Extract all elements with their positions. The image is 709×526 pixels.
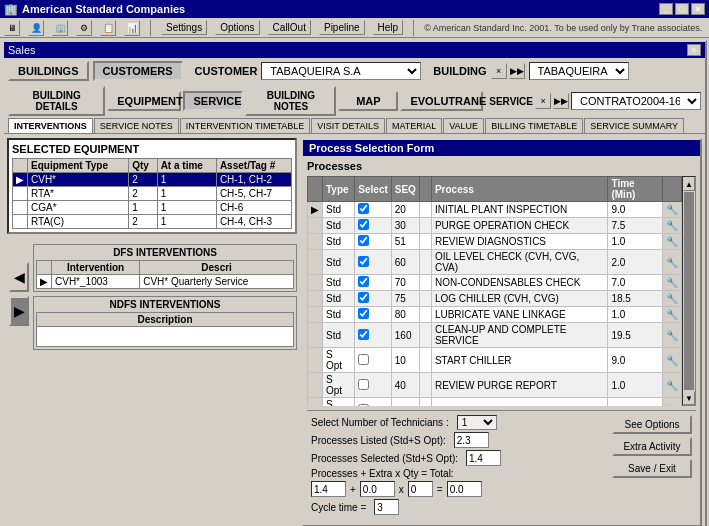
toolbar-icon-3[interactable]: 🏢 xyxy=(52,20,68,36)
scroll-up-arrow[interactable]: ▲ xyxy=(683,177,695,191)
cycle-label: Cycle time = xyxy=(311,502,366,513)
col-asset-tag: Asset/Tag # xyxy=(216,159,291,173)
proc-row-select[interactable] xyxy=(355,373,391,398)
table-row[interactable]: Std 70 NON-CONDENSABLES CHECK 7.0 🔧 xyxy=(308,275,682,291)
service-nav-x[interactable]: × xyxy=(535,93,551,109)
table-row[interactable]: Std 75 LOG CHILLER (CVH, CVG) 18.5 🔧 xyxy=(308,291,682,307)
save-exit-btn[interactable]: Save / Exit xyxy=(612,459,692,478)
pipeline-menu[interactable]: Pipeline xyxy=(319,20,365,35)
tab-service-notes[interactable]: SERVICE NOTES xyxy=(94,118,179,133)
proc-row-spacer xyxy=(419,373,431,398)
close-btn[interactable]: × xyxy=(691,3,705,15)
extra-activity-btn[interactable]: Extra Activity xyxy=(612,437,692,456)
proc-row-select[interactable] xyxy=(355,307,391,323)
total-val4[interactable] xyxy=(447,481,482,497)
tab-billing-timetable[interactable]: BILLING TIMETABLE xyxy=(485,118,583,133)
table-row[interactable]: Std 80 LUBRICATE VANE LINKAGE 1.0 🔧 xyxy=(308,307,682,323)
total-val2[interactable] xyxy=(360,481,395,497)
total-val3[interactable] xyxy=(408,481,433,497)
proc-checkbox[interactable] xyxy=(358,329,369,340)
process-scrollbar[interactable]: ▲ ▼ xyxy=(682,176,696,406)
table-row[interactable]: RTA(C) 2 1 CH-4, CH-3 xyxy=(13,215,292,229)
table-row[interactable]: CGA* 1 1 CH-6 xyxy=(13,201,292,215)
customer-select[interactable]: TABAQUEIRA S.A xyxy=(261,62,421,80)
proc-row-select[interactable] xyxy=(355,202,391,218)
proc-checkbox[interactable] xyxy=(358,308,369,319)
toolbar-icon-4[interactable]: ⚙ xyxy=(76,20,92,36)
scroll-thumb[interactable] xyxy=(684,192,694,390)
table-row[interactable]: Std 51 REVIEW DIAGNOSTICS 1.0 🔧 xyxy=(308,234,682,250)
building-nav-fwd[interactable]: ▶▶ xyxy=(509,63,525,79)
table-row[interactable]: S Opt 110 LEAK TEST HI-SIDE 17.0 🔧 xyxy=(308,398,682,407)
customers-btn[interactable]: CUSTOMERS xyxy=(93,61,183,81)
proc-row-select[interactable] xyxy=(355,291,391,307)
total-val1[interactable] xyxy=(311,481,346,497)
proc-checkbox[interactable] xyxy=(358,404,369,407)
arrow-up-btn[interactable]: ◀ xyxy=(9,262,29,292)
minimize-btn[interactable]: _ xyxy=(659,3,673,15)
scroll-down-arrow[interactable]: ▼ xyxy=(683,391,695,405)
arrow-down-btn[interactable]: ▶ xyxy=(9,296,29,326)
proc-checkbox[interactable] xyxy=(358,256,369,267)
table-row[interactable]: S Opt 40 REVIEW PURGE REPORT 1.0 🔧 xyxy=(308,373,682,398)
see-options-btn[interactable]: See Options xyxy=(612,415,692,434)
service-select[interactable]: CONTRATO2004-16 xyxy=(571,92,701,110)
options-menu[interactable]: Options xyxy=(215,20,259,35)
proc-checkbox[interactable] xyxy=(358,276,369,287)
proc-row-select[interactable] xyxy=(355,398,391,407)
tab-interventions[interactable]: INTERVENTIONS xyxy=(8,118,93,133)
toolbar-icon-1[interactable]: 🖥 xyxy=(4,20,20,36)
evolutrane-btn[interactable]: EVOLUTRANE xyxy=(400,91,483,111)
table-row[interactable]: Std 160 CLEAN-UP AND COMPLETE SERVICE 19… xyxy=(308,323,682,348)
s-opt-value[interactable] xyxy=(466,450,501,466)
proc-checkbox[interactable] xyxy=(358,354,369,365)
sales-close-btn[interactable]: × xyxy=(687,44,701,56)
row-asset: CH-6 xyxy=(216,201,291,215)
equipment-btn[interactable]: EQUIPMENT xyxy=(107,91,181,111)
service-btn[interactable]: SERVICE xyxy=(183,91,243,111)
proc-row-select[interactable] xyxy=(355,323,391,348)
building-notes-btn[interactable]: BUILDING NOTES xyxy=(245,86,336,116)
tab-material[interactable]: MATERIAL xyxy=(386,118,442,133)
building-nav-x[interactable]: × xyxy=(491,63,507,79)
std-opt-value[interactable] xyxy=(454,432,489,448)
tab-value[interactable]: VALUE xyxy=(443,118,484,133)
table-row[interactable]: ▶ CVH* 2 1 CH-1, CH-2 xyxy=(13,173,292,187)
tab-visit-details[interactable]: VISIT DETAILS xyxy=(311,118,385,133)
tab-service-summary[interactable]: SERVICE SUMMARY xyxy=(584,118,684,133)
tab-intervention-timetable[interactable]: INTERVENTION TIMETABLE xyxy=(180,118,311,133)
cycle-value[interactable] xyxy=(374,499,399,515)
toolbar-icon-5[interactable]: 📋 xyxy=(100,20,116,36)
proc-row-arrow xyxy=(308,234,323,250)
proc-checkbox[interactable] xyxy=(358,203,369,214)
proc-row-select[interactable] xyxy=(355,250,391,275)
table-row[interactable]: Std 30 PURGE OPERATION CHECK 7.5 🔧 xyxy=(308,218,682,234)
proc-checkbox[interactable] xyxy=(358,219,369,230)
proc-row-icon: 🔧 xyxy=(663,234,682,250)
proc-row-select[interactable] xyxy=(355,218,391,234)
proc-checkbox[interactable] xyxy=(358,379,369,390)
list-item[interactable]: ▶ CVH*_1003 CVH* Quarterly Service xyxy=(37,275,294,289)
proc-row-select[interactable] xyxy=(355,275,391,291)
callout-menu[interactable]: CallOut xyxy=(268,20,311,35)
service-nav-fwd[interactable]: ▶▶ xyxy=(553,93,569,109)
proc-row-select[interactable] xyxy=(355,234,391,250)
buildings-btn[interactable]: BUILDINGS xyxy=(8,61,89,81)
table-row[interactable]: S Opt 10 START CHILLER 9.0 🔧 xyxy=(308,348,682,373)
proc-checkbox[interactable] xyxy=(358,235,369,246)
table-row[interactable]: RTA* 2 1 CH-5, CH-7 xyxy=(13,187,292,201)
map-btn[interactable]: MAP xyxy=(338,91,398,111)
proc-row-select[interactable] xyxy=(355,348,391,373)
building-select[interactable]: TABAQUEIRA xyxy=(529,62,629,80)
process-table-scroll[interactable]: Type Select SEQ Process Time (Min) xyxy=(307,176,682,406)
help-menu[interactable]: Help xyxy=(373,20,404,35)
settings-menu[interactable]: Settings xyxy=(161,20,207,35)
maximize-btn[interactable]: □ xyxy=(675,3,689,15)
toolbar-icon-2[interactable]: 👤 xyxy=(28,20,44,36)
building-details-btn[interactable]: BUILDING DETAILS xyxy=(8,86,105,116)
table-row[interactable]: ▶ Std 20 INITIAL PLANT INSPECTION 9.0 🔧 xyxy=(308,202,682,218)
table-row[interactable]: Std 60 OIL LEVEL CHECK (CVH, CVG, CVA) 2… xyxy=(308,250,682,275)
proc-checkbox[interactable] xyxy=(358,292,369,303)
toolbar-icon-6[interactable]: 📊 xyxy=(124,20,140,36)
tech-select[interactable]: 123 xyxy=(457,415,497,430)
